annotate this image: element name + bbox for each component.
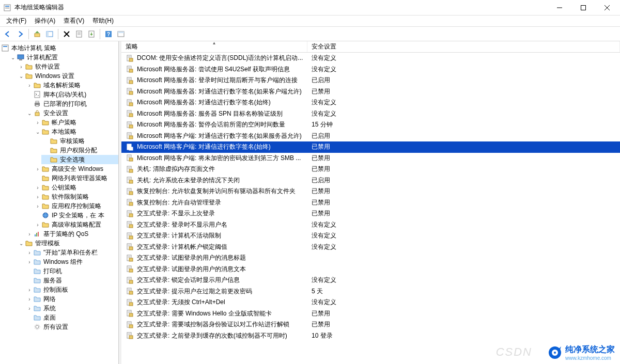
tree-all-settings[interactable]: 所有设置 (25, 322, 118, 331)
tree-user-rights[interactable]: 用户权限分配 (41, 146, 118, 155)
policy-row[interactable]: 恢复控制台: 允许自动管理登录已禁用 (121, 197, 620, 209)
policy-row[interactable]: 交互式登录: 计算机帐户锁定阈值没有定义 (121, 242, 620, 253)
policy-row[interactable]: DCOM: 使用安全描述符定义语言(SDDL)语法的计算机启动...没有定义 (121, 53, 620, 64)
policy-row[interactable]: 恢复控制台: 允许软盘复制并访问所有驱动器和所有文件夹已禁用 (121, 186, 620, 197)
menu-view[interactable]: 查看(V) (59, 15, 88, 26)
expand-icon[interactable]: › (34, 120, 41, 125)
close-button[interactable] (595, 0, 619, 15)
tree-security-options[interactable]: 安全选项 (41, 155, 118, 164)
properties-button[interactable] (73, 28, 85, 40)
policy-row[interactable]: 关机: 清除虚拟内存页面文件已禁用 (121, 164, 620, 175)
tree-windows-components[interactable]: ›Windows 组件 (25, 257, 118, 266)
tree-security-settings[interactable]: ⌄安全设置 (25, 108, 118, 118)
policy-row[interactable]: Microsoft 网络服务器: 对通信进行数字签名(如果客户端允许)已禁用 (121, 86, 620, 98)
tree-root[interactable]: 本地计算机 策略 (0, 43, 118, 53)
policy-row[interactable]: Microsoft 网络服务器: 对通信进行数字签名(始终)没有定义 (121, 97, 620, 108)
collapse-icon[interactable]: ⌄ (34, 129, 41, 135)
collapse-icon[interactable]: ⌄ (18, 73, 25, 79)
policy-row[interactable]: 交互式登录: 试图登录的用户的消息文本 (121, 264, 620, 275)
tree-qos[interactable]: ›基于策略的 QoS (25, 229, 118, 239)
expand-icon[interactable]: › (34, 166, 41, 172)
expand-icon[interactable]: › (26, 296, 33, 302)
expand-icon[interactable]: › (26, 287, 33, 293)
tree-advanced-windows[interactable]: ›高级安全 Windows (33, 164, 118, 173)
tree-admin-templates[interactable]: ⌄管理模板 (17, 239, 118, 248)
tree-app-control[interactable]: ›应用程序控制策略 (33, 201, 118, 211)
expand-icon[interactable]: › (26, 231, 33, 237)
collapse-icon[interactable]: ⌄ (9, 55, 17, 60)
tree-windows-settings[interactable]: ⌄Windows 设置 (17, 71, 118, 81)
maximize-button[interactable] (571, 0, 595, 15)
policy-row[interactable]: 交互式登录: 试图登录的用户的消息标题 (121, 252, 620, 264)
menu-file[interactable]: 文件(F) (2, 15, 30, 26)
menu-action[interactable]: 操作(A) (30, 15, 59, 26)
policy-row[interactable]: Microsoft 网络客户端: 对通信进行数字签名(始终)已禁用 (121, 141, 620, 153)
expand-icon[interactable]: › (26, 83, 33, 88)
minimize-button[interactable] (548, 0, 571, 15)
tree-software-restriction[interactable]: ›软件限制策略 (33, 192, 118, 201)
settings-icon (33, 323, 41, 331)
policy-row[interactable]: Microsoft 网络服务器: 暂停会话前所需的空闲时间数量15 分钟 (121, 119, 620, 131)
export-button[interactable] (86, 28, 97, 40)
tree-desktop[interactable]: 桌面 (25, 313, 118, 322)
expand-icon[interactable]: › (26, 259, 33, 265)
policy-row[interactable]: Microsoft 网络服务器: 登录时间过期后断开与客户端的连接已启用 (121, 75, 620, 86)
tree-scripts[interactable]: 脚本(启动/关机) (25, 90, 118, 99)
help-button[interactable]: ? (103, 28, 114, 40)
tree-network[interactable]: ›网络 (25, 294, 118, 304)
expand-icon[interactable]: › (34, 194, 41, 200)
tree-system[interactable]: ›系统 (25, 304, 118, 313)
policy-row[interactable]: Microsoft 网络客户端: 对通信进行数字签名(如果服务器允许)已启用 (121, 131, 620, 142)
tree-public-key[interactable]: ›公钥策略 (33, 183, 118, 192)
tree-computer-config[interactable]: ⌄ 计算机配置 (8, 53, 118, 62)
policy-row[interactable]: 交互式登录: 不显示上次登录已禁用 (121, 208, 620, 219)
tree-advanced-audit[interactable]: ›高级审核策略配置 (33, 220, 118, 229)
expand-icon[interactable]: › (18, 64, 25, 70)
tree-audit-policy[interactable]: 审核策略 (41, 136, 118, 146)
tree-local-policies[interactable]: ⌄本地策略 (33, 127, 118, 136)
collapse-icon[interactable]: ⌄ (26, 110, 33, 116)
policy-row[interactable]: 交互式登录: 登录时不显示用户名没有定义 (121, 219, 620, 231)
tree-panel[interactable]: 本地计算机 策略 ⌄ 计算机配置 ›软件设置 (0, 41, 119, 364)
tree-printers[interactable]: 打印机 (25, 266, 118, 276)
tree-software-settings[interactable]: ›软件设置 (17, 62, 118, 71)
tree-deployed-printers[interactable]: 已部署的打印机 (25, 99, 118, 108)
policy-row[interactable]: 交互式登录: 提示用户在过期之前更改密码5 天 (121, 286, 620, 297)
tree-network-list[interactable]: 网络列表管理器策略 (33, 173, 118, 183)
policy-row[interactable]: 交互式登录: 锁定会话时显示用户信息没有定义 (121, 275, 620, 286)
expand-icon[interactable]: › (26, 306, 33, 311)
policy-row[interactable]: Microsoft 网络客户端: 将未加密的密码发送到第三方 SMB ...已禁… (121, 153, 620, 164)
column-setting[interactable]: 安全设置 (307, 41, 620, 52)
back-button[interactable] (2, 28, 13, 40)
list-body[interactable]: DCOM: 使用安全描述符定义语言(SDDL)语法的计算机启动...没有定义Mi… (121, 53, 620, 364)
policy-setting: 已禁用 (307, 209, 330, 218)
show-hide-tree-button[interactable] (44, 28, 55, 40)
policy-row[interactable]: 交互式登录: 计算机不活动限制没有定义 (121, 230, 620, 242)
policy-row[interactable]: 关机: 允许系统在未登录的情况下关闭已启用 (121, 175, 620, 186)
delete-button[interactable] (61, 28, 72, 40)
policy-row[interactable]: 交互式登录: 之前登录到缓存的次数(域控制器不可用时)10 登录 (121, 330, 620, 342)
tree-name-resolution[interactable]: ›域名解析策略 (25, 81, 118, 90)
expand-icon[interactable]: › (34, 222, 41, 228)
filter-button[interactable] (115, 28, 127, 40)
up-button[interactable] (32, 28, 43, 40)
expand-icon[interactable]: › (34, 203, 41, 209)
column-policy[interactable]: 策略 ▲ (121, 41, 307, 52)
tree-ip-security[interactable]: IP 安全策略，在 本 (33, 211, 118, 220)
menu-help[interactable]: 帮助(H) (88, 15, 118, 26)
tree-servers[interactable]: 服务器 (25, 276, 118, 285)
tree-account-policies[interactable]: ›帐户策略 (33, 118, 118, 127)
expand-icon[interactable]: › (34, 185, 41, 191)
policy-row[interactable]: Microsoft 网络服务器: 尝试使用 S4U2Self 获取声明信息没有定… (121, 64, 620, 75)
expand-icon[interactable]: › (26, 250, 33, 256)
svg-rect-128 (128, 302, 131, 302)
policy-row[interactable]: Microsoft 网络服务器: 服务器 SPN 目标名称验证级别没有定义 (121, 108, 620, 120)
policy-item-icon (125, 265, 135, 273)
policy-row[interactable]: 交互式登录: 需要域控制器身份验证以对工作站进行解锁已禁用 (121, 319, 620, 330)
policy-row[interactable]: 交互式登录: 需要 Windows Hello 企业版或智能卡已禁用 (121, 308, 620, 320)
tree-start-taskbar[interactable]: ›"开始"菜单和任务栏 (25, 248, 118, 257)
tree-control-panel[interactable]: ›控制面板 (25, 285, 118, 294)
forward-button[interactable] (14, 28, 26, 40)
collapse-icon[interactable]: ⌄ (18, 241, 25, 246)
policy-row[interactable]: 交互式登录: 无须按 Ctrl+Alt+Del没有定义 (121, 297, 620, 308)
